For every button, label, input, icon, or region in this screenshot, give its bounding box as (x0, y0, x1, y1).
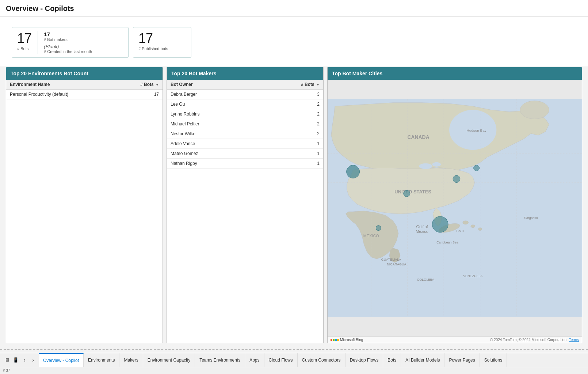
table-row: Debra Berger3 (167, 90, 323, 99)
svg-text:HAITI: HAITI (457, 229, 464, 233)
tab-cloud-flows[interactable]: Cloud Flows (264, 353, 298, 367)
tab-bar-icons: 🖥 📱 ‹ › (1, 356, 39, 364)
env-col-name[interactable]: Environment Name (6, 80, 118, 90)
tab-environment-capacity[interactable]: Environment Capacity (143, 353, 195, 367)
table-row: Personal Productivity (default)17 (6, 90, 163, 99)
map-terms-link[interactable]: Terms (569, 338, 579, 342)
tab-desktop-flows[interactable]: Desktop Flows (345, 353, 383, 367)
svg-text:VENEZUELA: VENEZUELA (463, 274, 482, 278)
tab-environments[interactable]: Environments (84, 353, 119, 367)
svg-point-32 (474, 165, 480, 171)
maker-row-bots: 2 (258, 109, 323, 119)
env-row-name: Personal Productivity (default) (6, 90, 118, 99)
prev-tab-icon[interactable]: ‹ (20, 356, 28, 364)
svg-text:GUATEMALA: GUATEMALA (381, 258, 401, 261)
maker-row-bots: 3 (258, 90, 323, 99)
svg-text:Caribbean Sea: Caribbean Sea (436, 241, 458, 244)
created-last-month-item: (Blank) # Created in the last month (44, 44, 92, 54)
table-row: Mateo Gomez1 (167, 149, 323, 159)
svg-point-30 (404, 190, 410, 197)
svg-point-33 (376, 226, 381, 231)
map-panel-header: Top Bot Maker Cities (328, 67, 582, 80)
maker-row-bots: 2 (258, 99, 323, 109)
table-row: Nathan Rigby1 (167, 159, 323, 169)
page-title: Overview - Copilots (0, 0, 588, 17)
tablet-icon[interactable]: 📱 (12, 356, 20, 364)
svg-point-1 (520, 101, 549, 119)
svg-point-4 (471, 225, 475, 228)
map-panel: Top Bot Maker Cities (327, 67, 582, 343)
svg-text:Gulf of: Gulf of (416, 224, 428, 229)
published-bots-label: # Published bots (138, 46, 186, 51)
makers-panel-header: Top 20 Bot Makers (167, 67, 323, 80)
bing-label: Microsoft Bing (340, 338, 363, 342)
tab-ai-builder-models[interactable]: AI Builder Models (401, 353, 444, 367)
status-bar: # 37 (0, 367, 588, 374)
status-page-info: # 37 (3, 369, 10, 373)
maker-row-bots: 1 (258, 149, 323, 159)
svg-point-3 (463, 221, 469, 224)
svg-text:Hudson Bay: Hudson Bay (467, 128, 486, 132)
created-label: # Created in the last month (44, 49, 92, 54)
published-bots-card: 17 # Published bots (133, 27, 191, 58)
map-container[interactable]: Gulf of Mexico CANADA UNITED STATES MEXI… (328, 80, 582, 336)
tab-custom-connectors[interactable]: Custom Connectors (298, 353, 345, 367)
svg-text:Sargasso: Sargasso (524, 216, 538, 220)
tab-solutions[interactable]: Solutions (480, 353, 507, 367)
bots-label: # Bots (17, 46, 32, 51)
tab-items-container: Overview - CopilotEnvironmentsMakersEnvi… (39, 353, 507, 367)
svg-point-7 (419, 163, 432, 169)
published-bots-number: 17 (138, 31, 186, 46)
map-copyright: © 2024 TomTom, © 2024 Microsoft Corporat… (490, 338, 579, 342)
bot-makers-label: # Bot makers (44, 37, 92, 42)
makers-table-scroll[interactable]: Bot Owner # Bots ▼ Debra Berger3Lee Gu2L… (167, 80, 323, 343)
tab-makers[interactable]: Makers (119, 353, 143, 367)
maker-row-bots: 1 (258, 159, 323, 169)
svg-text:CANADA: CANADA (407, 134, 429, 140)
maker-row-name: Debra Berger (167, 90, 258, 99)
tab-overview-copilot[interactable]: Overview - Copilot (39, 353, 84, 367)
next-tab-icon[interactable]: › (29, 356, 37, 364)
maker-row-name: Nestor Wilke (167, 129, 258, 139)
table-row: Michael Peltier2 (167, 119, 323, 129)
table-row: Nestor Wilke2 (167, 129, 323, 139)
maker-row-name: Lee Gu (167, 99, 258, 109)
bot-makers-number: 17 (44, 31, 92, 37)
tab-power-pages[interactable]: Power Pages (444, 353, 480, 367)
table-row: Lynne Robbins2 (167, 109, 323, 119)
monitor-icon[interactable]: 🖥 (3, 356, 11, 364)
maker-row-name: Lynne Robbins (167, 109, 258, 119)
svg-point-8 (432, 162, 441, 167)
bing-squares (331, 339, 339, 341)
separator (0, 349, 588, 350)
env-col-bots[interactable]: # Bots ▼ (118, 80, 163, 90)
makers-col-bots[interactable]: # Bots ▼ (258, 80, 323, 90)
bot-makers-item: 17 # Bot makers (44, 31, 92, 42)
svg-text:UNITED STATES: UNITED STATES (394, 189, 431, 194)
map-svg: Gulf of Mexico CANADA UNITED STATES MEXI… (328, 80, 582, 336)
env-table: Environment Name # Bots ▼ Personal Produ… (6, 80, 163, 99)
bot-makers-panel: Top 20 Bot Makers Bot Owner # Bots ▼ (167, 67, 324, 343)
map-footer: Microsoft Bing © 2024 TomTom, © 2024 Mic… (328, 336, 582, 343)
maker-row-name: Mateo Gomez (167, 149, 258, 159)
svg-point-29 (347, 165, 360, 178)
maker-row-bots: 2 (258, 129, 323, 139)
maker-row-name: Adele Vance (167, 139, 258, 149)
svg-text:NICARAGUA: NICARAGUA (387, 262, 406, 266)
tab-apps[interactable]: Apps (245, 353, 264, 367)
bot-makers-group: 17 # Bot makers (Blank) # Created in the… (44, 31, 92, 54)
tab-teams-environments[interactable]: Teams Environments (195, 353, 245, 367)
env-table-scroll[interactable]: Environment Name # Bots ▼ Personal Produ… (6, 80, 163, 343)
env-panel-header: Top 20 Environments Bot Count (6, 67, 163, 80)
table-row: Lee Gu2 (167, 99, 323, 109)
makers-col-owner[interactable]: Bot Owner (167, 80, 258, 90)
bing-logo: Microsoft Bing (331, 338, 363, 342)
bots-number: 17 (17, 31, 32, 46)
table-row: Adele Vance1 (167, 139, 323, 149)
svg-point-31 (453, 175, 460, 183)
makers-table: Bot Owner # Bots ▼ Debra Berger3Lee Gu2L… (167, 80, 323, 169)
maker-row-bots: 1 (258, 139, 323, 149)
tab-bar: 🖥 📱 ‹ › Overview - CopilotEnvironmentsMa… (0, 353, 588, 367)
tab-bots[interactable]: Bots (383, 353, 401, 367)
bots-card-group: 17 # Bots 17 # Bot makers (Blank) # Crea… (12, 27, 129, 58)
